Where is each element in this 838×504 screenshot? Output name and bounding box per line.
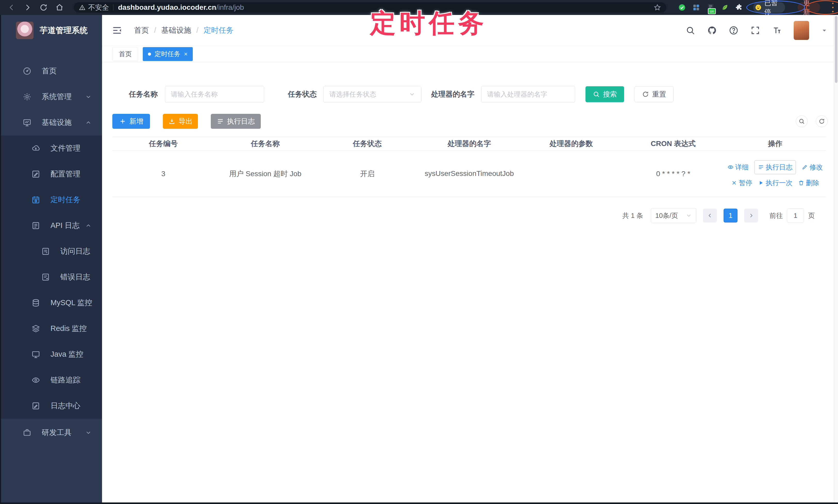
sidebar-item-api-log[interactable]: API 日志 xyxy=(0,213,102,238)
caret-down-icon[interactable] xyxy=(821,27,828,34)
col-handler: 处理器的名字 xyxy=(418,139,520,149)
sidebar-item-java[interactable]: Java 监控 xyxy=(0,342,102,367)
switch-on-extension-icon[interactable]: on xyxy=(707,3,714,12)
help-icon[interactable] xyxy=(729,25,738,35)
sidebar-item-infra[interactable]: 基础设施 xyxy=(0,110,102,136)
tab-home[interactable]: 首页 xyxy=(112,47,138,61)
chevron-right-icon xyxy=(748,213,754,218)
table-row: 3 用户 Session 超时 Job 开启 sysUserSessionTim… xyxy=(112,151,826,197)
app-logo[interactable]: 芋道管理系统 xyxy=(0,15,102,46)
close-tab-icon[interactable]: × xyxy=(184,51,188,57)
sidebar-item-home[interactable]: 首页 xyxy=(0,58,102,84)
breadcrumb-infra[interactable]: 基础设施 xyxy=(161,25,191,36)
chevron-down-icon xyxy=(85,93,92,100)
adblock-extension-icon[interactable] xyxy=(678,3,686,12)
sidebar-item-trace[interactable]: 链路追踪 xyxy=(0,367,102,393)
profile-chip[interactable]: 已暂停 xyxy=(753,2,785,13)
sidebar-item-file-manage[interactable]: 文件管理 xyxy=(0,136,102,161)
sidebar-item-log-center[interactable]: 日志中心 xyxy=(0,393,102,419)
col-actions: 操作 xyxy=(724,139,826,149)
home-icon[interactable] xyxy=(55,3,64,12)
search-button[interactable]: 搜索 xyxy=(586,86,624,102)
download-icon xyxy=(168,118,175,125)
menu-fold-icon[interactable] xyxy=(111,25,123,36)
add-button[interactable]: 新增 xyxy=(112,114,150,129)
sidebar-item-error-log[interactable]: 错误日志 xyxy=(0,264,102,290)
cell-id: 3 xyxy=(112,170,214,178)
sidebar-item-job[interactable]: 定时任务 xyxy=(0,187,102,213)
search-icon xyxy=(593,91,600,98)
sidebar-item-access-log[interactable]: 访问日志 xyxy=(0,238,102,264)
scrollbar-thumb[interactable] xyxy=(835,16,837,83)
edit-square-icon xyxy=(32,170,40,179)
job-name-input[interactable] xyxy=(171,90,258,98)
sidebar-item-mysql[interactable]: MySQL 监控 xyxy=(0,290,102,316)
search-icon[interactable] xyxy=(685,25,695,35)
page-number-1[interactable]: 1 xyxy=(723,209,737,222)
github-icon[interactable] xyxy=(707,25,717,35)
exec-log-link[interactable]: 执行日志 xyxy=(754,160,796,174)
chevron-up-icon xyxy=(85,222,92,229)
sidebar-item-config-manage[interactable]: 配置管理 xyxy=(0,161,102,187)
url-host[interactable]: dashboard.yudao.iocoder.cn xyxy=(118,3,216,12)
handler-name-input[interactable] xyxy=(487,90,569,98)
sidebar-item-devtools[interactable]: 研发工具 xyxy=(0,420,102,446)
tab-job[interactable]: 定时任务 × xyxy=(143,47,193,61)
col-status: 任务状态 xyxy=(316,139,418,149)
browser-menu-icon[interactable] xyxy=(832,3,834,12)
handler-name-field[interactable] xyxy=(481,86,575,103)
plus-icon xyxy=(119,118,126,125)
page-content: 任务名称 任务状态 请选择任务状态 处理器的名字 搜索 xyxy=(102,62,838,504)
table-header: 任务编号 任务名称 任务状态 处理器的名字 处理器的参数 CRON 表达式 操作 xyxy=(112,137,826,151)
gear-icon xyxy=(23,92,32,101)
goto-page-input[interactable] xyxy=(787,208,804,223)
cell-name: 用户 Session 超时 Job xyxy=(214,169,316,179)
delete-link[interactable]: 删除 xyxy=(798,179,819,187)
run-once-link[interactable]: 执行一次 xyxy=(758,179,792,187)
browser-update-button[interactable]: 更新 xyxy=(798,2,820,13)
job-name-label: 任务名称 xyxy=(129,89,158,99)
security-label[interactable]: 不安全 xyxy=(88,3,109,12)
leaf-extension-icon[interactable] xyxy=(721,3,729,12)
cell-status: 开启 xyxy=(316,169,418,179)
insecure-warning-icon xyxy=(79,4,86,11)
on-badge: on xyxy=(708,8,716,14)
job-status-select[interactable]: 请选择任务状态 xyxy=(324,86,421,103)
puzzle-extensions-icon[interactable] xyxy=(735,3,743,12)
breadcrumb: 首页 / 基础设施 / 定时任务 xyxy=(134,25,233,36)
reset-button[interactable]: 重置 xyxy=(634,86,674,102)
dashboard-icon xyxy=(23,67,32,75)
back-icon[interactable] xyxy=(7,3,16,12)
detail-link[interactable]: 详细 xyxy=(728,163,749,172)
chevron-down-icon xyxy=(85,429,92,436)
exec-log-button[interactable]: 执行日志 xyxy=(211,114,261,129)
bookmark-star-icon[interactable] xyxy=(653,4,661,11)
sidebar-item-redis[interactable]: Redis 监控 xyxy=(0,316,102,342)
refresh-table-button[interactable] xyxy=(816,115,828,127)
reload-icon[interactable] xyxy=(39,3,48,12)
pencil-icon xyxy=(802,164,808,170)
header-actions xyxy=(685,21,838,40)
url-path[interactable]: /infra/job xyxy=(216,3,244,12)
edit-link[interactable]: 修改 xyxy=(802,163,823,172)
page-size-select[interactable]: 10条/页 xyxy=(651,208,696,223)
col-cron: CRON 表达式 xyxy=(622,139,724,149)
infra-submenu: 文件管理 配置管理 定时任务 API 日志 访问日志 xyxy=(0,136,102,419)
show-search-button[interactable] xyxy=(796,115,808,127)
fullscreen-icon[interactable] xyxy=(750,25,760,35)
grid-extension-icon[interactable] xyxy=(693,3,700,12)
sidebar-item-system[interactable]: 系统管理 xyxy=(0,84,102,110)
next-page-button[interactable] xyxy=(744,209,758,222)
breadcrumb-home[interactable]: 首页 xyxy=(134,25,149,36)
font-size-icon[interactable] xyxy=(772,25,782,35)
job-name-field[interactable] xyxy=(165,86,264,103)
prev-page-button[interactable] xyxy=(703,209,717,222)
profile-status-label: 已暂停 xyxy=(764,0,780,17)
eye-icon xyxy=(32,376,40,384)
export-button[interactable]: 导出 xyxy=(163,114,198,129)
forward-icon[interactable] xyxy=(23,3,32,12)
user-avatar[interactable] xyxy=(794,21,809,40)
pause-link[interactable]: 暂停 xyxy=(731,179,752,187)
play-icon xyxy=(758,180,764,186)
scrollbar[interactable] xyxy=(834,15,838,504)
